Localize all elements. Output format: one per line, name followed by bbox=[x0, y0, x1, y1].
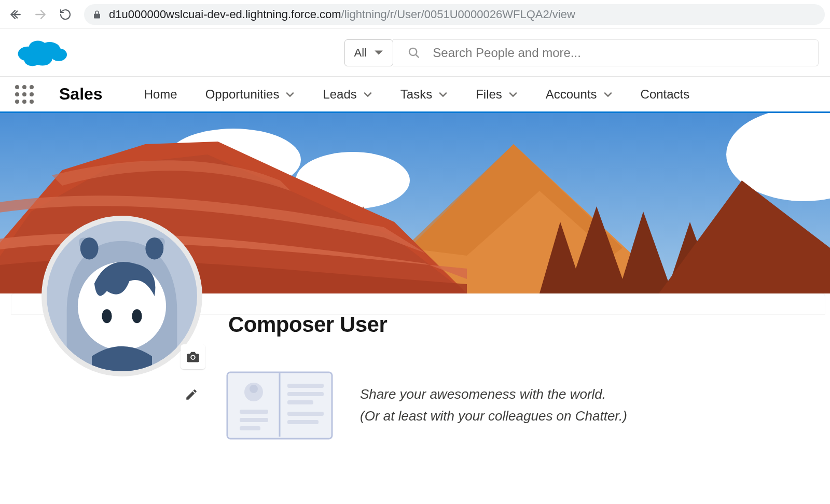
chevron-down-icon[interactable] bbox=[508, 91, 518, 97]
chevron-down-icon[interactable] bbox=[438, 91, 448, 97]
nav-label: Files bbox=[476, 87, 502, 102]
pencil-icon bbox=[185, 388, 198, 401]
svg-point-27 bbox=[191, 356, 195, 359]
url-path: /lightning/r/User/0051U0000026WFLQA2/vie… bbox=[341, 8, 575, 21]
nav-label: Opportunities bbox=[205, 87, 280, 102]
search-scope-dropdown[interactable]: All bbox=[344, 39, 393, 66]
svg-point-21 bbox=[80, 237, 99, 260]
search-scope-label: All bbox=[354, 46, 367, 60]
nav-label: Accounts bbox=[546, 87, 597, 102]
tagline-line-1: Share your awesomeness with the world. bbox=[360, 384, 627, 405]
svg-rect-37 bbox=[287, 400, 313, 404]
reload-button[interactable] bbox=[55, 4, 76, 25]
camera-icon bbox=[186, 351, 200, 363]
nav-item-files[interactable]: Files bbox=[476, 87, 518, 102]
about-placeholder: Share your awesomeness with the world. (… bbox=[225, 369, 627, 442]
svg-point-24 bbox=[102, 309, 112, 323]
book-icon bbox=[225, 369, 334, 442]
nav-items: Home Opportunities Leads Tasks Files Acc… bbox=[144, 87, 690, 102]
forward-button[interactable] bbox=[30, 4, 51, 25]
app-nav-bar: Sales Home Opportunities Leads Tasks Fil… bbox=[0, 77, 830, 113]
profile-name: Composer User bbox=[228, 312, 387, 337]
nav-item-contacts[interactable]: Contacts bbox=[641, 87, 690, 102]
avatar[interactable] bbox=[42, 216, 202, 376]
svg-line-10 bbox=[416, 54, 419, 58]
svg-point-31 bbox=[250, 385, 258, 393]
svg-point-9 bbox=[409, 48, 417, 55]
svg-point-25 bbox=[132, 309, 142, 323]
nav-label: Home bbox=[144, 87, 177, 102]
svg-point-6 bbox=[51, 48, 67, 61]
global-header: All bbox=[0, 29, 830, 77]
browser-toolbar: d1u000000wslcuai-dev-ed.lightning.force.… bbox=[0, 0, 830, 29]
nav-item-accounts[interactable]: Accounts bbox=[546, 87, 613, 102]
nav-label: Tasks bbox=[400, 87, 432, 102]
tagline-line-2: (Or at least with your colleagues on Cha… bbox=[360, 405, 627, 427]
svg-rect-35 bbox=[287, 384, 324, 388]
svg-rect-38 bbox=[287, 412, 324, 416]
chevron-down-icon[interactable] bbox=[603, 91, 613, 97]
about-tagline: Share your awesomeness with the world. (… bbox=[360, 384, 627, 427]
edit-profile-button[interactable] bbox=[181, 384, 202, 405]
svg-rect-36 bbox=[287, 392, 324, 396]
app-launcher-icon[interactable] bbox=[13, 83, 35, 105]
svg-rect-34 bbox=[240, 426, 260, 430]
url-host: d1u000000wslcuai-dev-ed.lightning.force.… bbox=[109, 8, 341, 21]
svg-rect-32 bbox=[240, 410, 268, 414]
change-photo-button[interactable] bbox=[181, 344, 205, 369]
nav-item-home[interactable]: Home bbox=[144, 87, 177, 102]
search-input[interactable] bbox=[433, 46, 804, 60]
chevron-down-icon[interactable] bbox=[363, 91, 372, 97]
nav-item-tasks[interactable]: Tasks bbox=[400, 87, 448, 102]
url-text: d1u000000wslcuai-dev-ed.lightning.force.… bbox=[109, 8, 575, 21]
nav-item-opportunities[interactable]: Opportunities bbox=[205, 87, 295, 102]
app-name: Sales bbox=[59, 85, 103, 104]
nav-item-leads[interactable]: Leads bbox=[323, 87, 372, 102]
nav-label: Leads bbox=[323, 87, 356, 102]
profile-card: Composer User Share your awesomeness wit… bbox=[11, 293, 825, 314]
svg-point-8 bbox=[24, 54, 41, 66]
caret-down-icon bbox=[374, 49, 383, 57]
svg-rect-39 bbox=[287, 420, 319, 424]
lock-icon bbox=[92, 9, 102, 20]
search-icon bbox=[408, 46, 420, 60]
chevron-down-icon[interactable] bbox=[285, 91, 295, 97]
svg-rect-33 bbox=[240, 418, 268, 422]
global-search[interactable] bbox=[393, 39, 819, 66]
nav-label: Contacts bbox=[641, 87, 690, 102]
back-button[interactable] bbox=[5, 4, 26, 25]
address-bar[interactable]: d1u000000wslcuai-dev-ed.lightning.force.… bbox=[84, 4, 825, 25]
salesforce-logo[interactable] bbox=[13, 35, 70, 71]
svg-point-22 bbox=[145, 237, 163, 260]
